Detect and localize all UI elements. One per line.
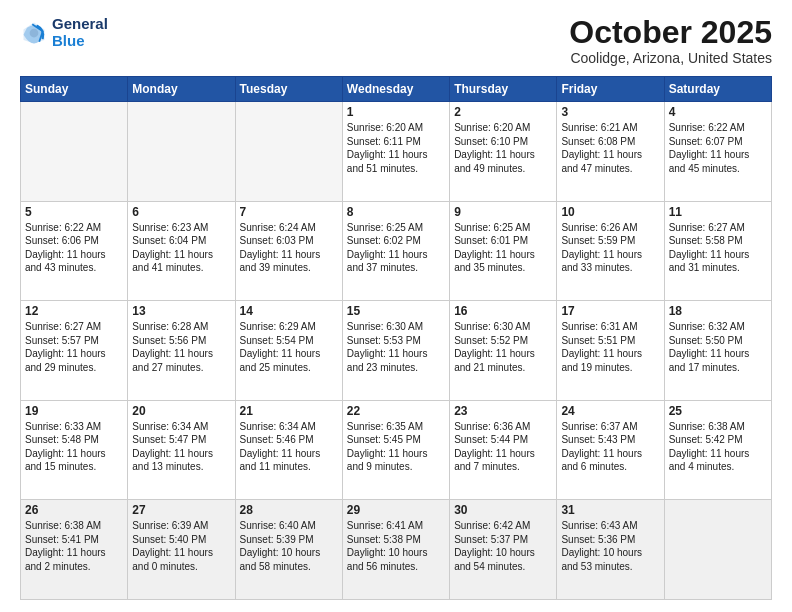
day-number: 21 xyxy=(240,404,338,418)
day-number: 7 xyxy=(240,205,338,219)
calendar-cell: 16Sunrise: 6:30 AM Sunset: 5:52 PM Dayli… xyxy=(450,301,557,401)
cell-content: Sunrise: 6:33 AM Sunset: 5:48 PM Dayligh… xyxy=(25,420,123,474)
col-wednesday: Wednesday xyxy=(342,77,449,102)
calendar-week-2: 12Sunrise: 6:27 AM Sunset: 5:57 PM Dayli… xyxy=(21,301,772,401)
calendar-cell: 3Sunrise: 6:21 AM Sunset: 6:08 PM Daylig… xyxy=(557,102,664,202)
day-number: 14 xyxy=(240,304,338,318)
calendar-cell: 24Sunrise: 6:37 AM Sunset: 5:43 PM Dayli… xyxy=(557,400,664,500)
cell-content: Sunrise: 6:39 AM Sunset: 5:40 PM Dayligh… xyxy=(132,519,230,573)
calendar-cell xyxy=(664,500,771,600)
month-title: October 2025 xyxy=(569,16,772,48)
day-number: 3 xyxy=(561,105,659,119)
calendar-cell: 26Sunrise: 6:38 AM Sunset: 5:41 PM Dayli… xyxy=(21,500,128,600)
cell-content: Sunrise: 6:30 AM Sunset: 5:53 PM Dayligh… xyxy=(347,320,445,374)
calendar-week-4: 26Sunrise: 6:38 AM Sunset: 5:41 PM Dayli… xyxy=(21,500,772,600)
calendar-table: Sunday Monday Tuesday Wednesday Thursday… xyxy=(20,76,772,600)
calendar-cell: 15Sunrise: 6:30 AM Sunset: 5:53 PM Dayli… xyxy=(342,301,449,401)
calendar-cell: 20Sunrise: 6:34 AM Sunset: 5:47 PM Dayli… xyxy=(128,400,235,500)
calendar-cell: 28Sunrise: 6:40 AM Sunset: 5:39 PM Dayli… xyxy=(235,500,342,600)
calendar-cell: 8Sunrise: 6:25 AM Sunset: 6:02 PM Daylig… xyxy=(342,201,449,301)
logo-icon xyxy=(20,19,48,47)
col-thursday: Thursday xyxy=(450,77,557,102)
calendar-cell: 5Sunrise: 6:22 AM Sunset: 6:06 PM Daylig… xyxy=(21,201,128,301)
calendar-cell: 25Sunrise: 6:38 AM Sunset: 5:42 PM Dayli… xyxy=(664,400,771,500)
cell-content: Sunrise: 6:20 AM Sunset: 6:11 PM Dayligh… xyxy=(347,121,445,175)
calendar-cell: 22Sunrise: 6:35 AM Sunset: 5:45 PM Dayli… xyxy=(342,400,449,500)
calendar-cell: 21Sunrise: 6:34 AM Sunset: 5:46 PM Dayli… xyxy=(235,400,342,500)
cell-content: Sunrise: 6:34 AM Sunset: 5:47 PM Dayligh… xyxy=(132,420,230,474)
logo: General Blue xyxy=(20,16,108,49)
cell-content: Sunrise: 6:38 AM Sunset: 5:42 PM Dayligh… xyxy=(669,420,767,474)
cell-content: Sunrise: 6:30 AM Sunset: 5:52 PM Dayligh… xyxy=(454,320,552,374)
calendar-cell: 13Sunrise: 6:28 AM Sunset: 5:56 PM Dayli… xyxy=(128,301,235,401)
day-number: 2 xyxy=(454,105,552,119)
cell-content: Sunrise: 6:21 AM Sunset: 6:08 PM Dayligh… xyxy=(561,121,659,175)
day-number: 13 xyxy=(132,304,230,318)
day-number: 11 xyxy=(669,205,767,219)
cell-content: Sunrise: 6:23 AM Sunset: 6:04 PM Dayligh… xyxy=(132,221,230,275)
day-number: 8 xyxy=(347,205,445,219)
calendar-week-3: 19Sunrise: 6:33 AM Sunset: 5:48 PM Dayli… xyxy=(21,400,772,500)
calendar-cell: 29Sunrise: 6:41 AM Sunset: 5:38 PM Dayli… xyxy=(342,500,449,600)
location: Coolidge, Arizona, United States xyxy=(569,50,772,66)
col-sunday: Sunday xyxy=(21,77,128,102)
calendar-week-1: 5Sunrise: 6:22 AM Sunset: 6:06 PM Daylig… xyxy=(21,201,772,301)
col-monday: Monday xyxy=(128,77,235,102)
cell-content: Sunrise: 6:38 AM Sunset: 5:41 PM Dayligh… xyxy=(25,519,123,573)
calendar-cell: 10Sunrise: 6:26 AM Sunset: 5:59 PM Dayli… xyxy=(557,201,664,301)
calendar-cell: 7Sunrise: 6:24 AM Sunset: 6:03 PM Daylig… xyxy=(235,201,342,301)
day-number: 31 xyxy=(561,503,659,517)
calendar-cell xyxy=(235,102,342,202)
calendar-cell: 12Sunrise: 6:27 AM Sunset: 5:57 PM Dayli… xyxy=(21,301,128,401)
cell-content: Sunrise: 6:25 AM Sunset: 6:02 PM Dayligh… xyxy=(347,221,445,275)
cell-content: Sunrise: 6:22 AM Sunset: 6:06 PM Dayligh… xyxy=(25,221,123,275)
cell-content: Sunrise: 6:29 AM Sunset: 5:54 PM Dayligh… xyxy=(240,320,338,374)
day-number: 25 xyxy=(669,404,767,418)
header: General Blue October 2025 Coolidge, Ariz… xyxy=(20,16,772,66)
day-number: 27 xyxy=(132,503,230,517)
day-number: 29 xyxy=(347,503,445,517)
cell-content: Sunrise: 6:24 AM Sunset: 6:03 PM Dayligh… xyxy=(240,221,338,275)
cell-content: Sunrise: 6:36 AM Sunset: 5:44 PM Dayligh… xyxy=(454,420,552,474)
cell-content: Sunrise: 6:28 AM Sunset: 5:56 PM Dayligh… xyxy=(132,320,230,374)
day-number: 30 xyxy=(454,503,552,517)
logo-text: General Blue xyxy=(52,16,108,49)
day-number: 10 xyxy=(561,205,659,219)
day-number: 9 xyxy=(454,205,552,219)
calendar-cell: 9Sunrise: 6:25 AM Sunset: 6:01 PM Daylig… xyxy=(450,201,557,301)
svg-point-2 xyxy=(30,28,39,37)
col-tuesday: Tuesday xyxy=(235,77,342,102)
cell-content: Sunrise: 6:41 AM Sunset: 5:38 PM Dayligh… xyxy=(347,519,445,573)
cell-content: Sunrise: 6:43 AM Sunset: 5:36 PM Dayligh… xyxy=(561,519,659,573)
cell-content: Sunrise: 6:26 AM Sunset: 5:59 PM Dayligh… xyxy=(561,221,659,275)
calendar-cell xyxy=(21,102,128,202)
col-friday: Friday xyxy=(557,77,664,102)
calendar-cell: 19Sunrise: 6:33 AM Sunset: 5:48 PM Dayli… xyxy=(21,400,128,500)
cell-content: Sunrise: 6:25 AM Sunset: 6:01 PM Dayligh… xyxy=(454,221,552,275)
calendar-cell: 2Sunrise: 6:20 AM Sunset: 6:10 PM Daylig… xyxy=(450,102,557,202)
day-number: 17 xyxy=(561,304,659,318)
cell-content: Sunrise: 6:35 AM Sunset: 5:45 PM Dayligh… xyxy=(347,420,445,474)
day-number: 12 xyxy=(25,304,123,318)
day-number: 28 xyxy=(240,503,338,517)
day-number: 4 xyxy=(669,105,767,119)
cell-content: Sunrise: 6:42 AM Sunset: 5:37 PM Dayligh… xyxy=(454,519,552,573)
day-number: 23 xyxy=(454,404,552,418)
day-number: 15 xyxy=(347,304,445,318)
calendar-cell xyxy=(128,102,235,202)
calendar-cell: 14Sunrise: 6:29 AM Sunset: 5:54 PM Dayli… xyxy=(235,301,342,401)
calendar-cell: 27Sunrise: 6:39 AM Sunset: 5:40 PM Dayli… xyxy=(128,500,235,600)
day-number: 6 xyxy=(132,205,230,219)
day-number: 19 xyxy=(25,404,123,418)
calendar-cell: 17Sunrise: 6:31 AM Sunset: 5:51 PM Dayli… xyxy=(557,301,664,401)
day-number: 5 xyxy=(25,205,123,219)
page: General Blue October 2025 Coolidge, Ariz… xyxy=(0,0,792,612)
day-number: 24 xyxy=(561,404,659,418)
day-number: 20 xyxy=(132,404,230,418)
cell-content: Sunrise: 6:31 AM Sunset: 5:51 PM Dayligh… xyxy=(561,320,659,374)
cell-content: Sunrise: 6:37 AM Sunset: 5:43 PM Dayligh… xyxy=(561,420,659,474)
calendar-cell: 11Sunrise: 6:27 AM Sunset: 5:58 PM Dayli… xyxy=(664,201,771,301)
day-number: 22 xyxy=(347,404,445,418)
calendar-cell: 6Sunrise: 6:23 AM Sunset: 6:04 PM Daylig… xyxy=(128,201,235,301)
calendar-cell: 23Sunrise: 6:36 AM Sunset: 5:44 PM Dayli… xyxy=(450,400,557,500)
